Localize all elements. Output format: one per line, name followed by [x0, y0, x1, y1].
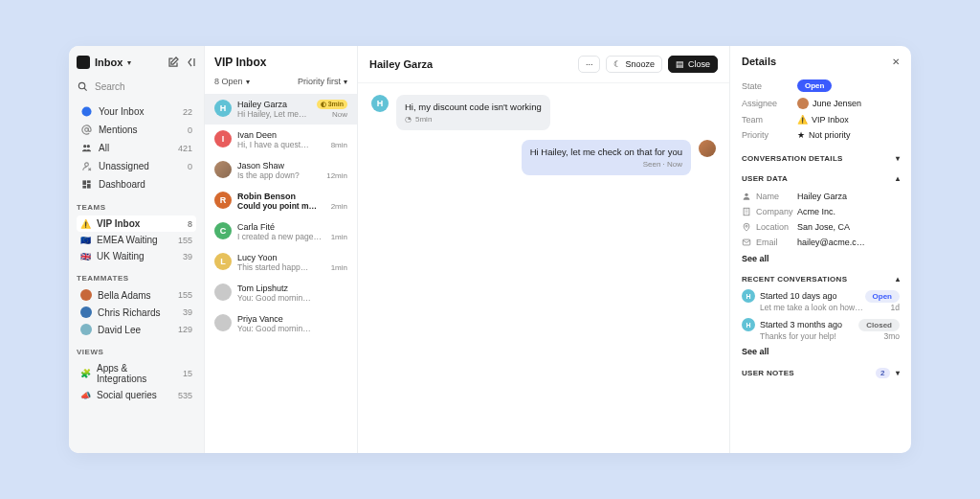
- recent-list: H Started 10 days ago Open Let me take a…: [742, 289, 900, 341]
- conversation-item[interactable]: C Carla Fité I created a new page…1min: [205, 216, 357, 247]
- snooze-button[interactable]: ☾Snooze: [606, 56, 662, 73]
- more-button[interactable]: ···: [578, 56, 601, 73]
- section-user-data[interactable]: USER DATA▴: [742, 174, 900, 183]
- message-bubble[interactable]: Hi Hailey, let me check on that for you …: [522, 140, 691, 175]
- sidebar-item[interactable]: Dashboard: [77, 175, 196, 193]
- avatar-icon: [80, 324, 92, 335]
- chevron-down-icon: ▾: [127, 58, 131, 67]
- sidebar-section-teammates: TEAMMATES: [77, 274, 196, 283]
- compose-icon[interactable]: [167, 57, 179, 69]
- chevron-down-icon: ▾: [896, 154, 900, 163]
- user-circle-icon: [80, 105, 93, 118]
- priority-badge: ◐ 3min: [317, 100, 347, 109]
- svg-point-12: [746, 225, 747, 227]
- emoji-icon: 🇬🇧: [80, 252, 91, 261]
- avatar-icon: [80, 289, 92, 301]
- svg-rect-7: [87, 180, 91, 183]
- conversation-item[interactable]: L Lucy Yoon This started happ…1min: [205, 247, 357, 278]
- open-filter[interactable]: 8 Open▾: [214, 77, 250, 86]
- see-all-recent[interactable]: See all: [742, 347, 900, 356]
- sidebar-item[interactable]: All 421: [77, 139, 196, 157]
- building-icon: [742, 207, 751, 216]
- pin-icon: [742, 222, 751, 232]
- user-data-row: Email hailey@acme.c…: [742, 235, 900, 250]
- chevron-up-icon: ▴: [896, 275, 900, 284]
- section-recent[interactable]: RECENT CONVERSATIONS▴: [742, 275, 900, 284]
- svg-point-3: [83, 145, 86, 147]
- avatar-icon: H: [742, 289, 755, 303]
- clock-icon: ◔: [405, 115, 412, 124]
- sidebar-item[interactable]: ⚠️ VIP Inbox 8: [77, 215, 196, 232]
- conversation-main: Hailey Garza ··· ☾Snooze ▤Close H Hi, my…: [358, 46, 729, 453]
- star-icon: ★: [797, 130, 805, 140]
- sidebar-item[interactable]: Mentions 0: [77, 121, 196, 139]
- sidebar-item[interactable]: Chris Richards 39: [77, 304, 196, 321]
- recent-conversation[interactable]: H Started 3 months ago Closed Thanks for…: [742, 318, 900, 341]
- recent-conversation[interactable]: H Started 10 days ago Open Let me take a…: [742, 289, 900, 312]
- thread-messages: H Hi, my discount code isn't working ◔5m…: [358, 83, 729, 453]
- svg-point-1: [81, 106, 91, 116]
- search-icon: [77, 80, 89, 93]
- chevron-down-icon: ▾: [344, 78, 347, 86]
- section-user-notes[interactable]: USER NOTES2▾: [742, 368, 900, 378]
- collapse-icon[interactable]: [184, 57, 196, 69]
- close-button[interactable]: ▤Close: [668, 56, 718, 73]
- chevron-up-icon: ▴: [896, 174, 900, 183]
- state-pill[interactable]: Open: [797, 79, 832, 92]
- user-data-row: Location San Jose, CA: [742, 219, 900, 235]
- svg-rect-9: [82, 186, 86, 189]
- at-icon: [80, 124, 93, 136]
- avatar-icon: [214, 314, 232, 331]
- sidebar-item[interactable]: Unassigned 0: [77, 157, 196, 175]
- emoji-icon: 🇪🇺: [80, 236, 91, 245]
- sidebar-header[interactable]: Inbox ▾: [77, 56, 196, 69]
- sidebar-item[interactable]: Bella Adams 155: [77, 286, 196, 304]
- svg-rect-6: [82, 180, 86, 185]
- sidebar-item[interactable]: David Lee 129: [77, 321, 196, 338]
- conversation-item[interactable]: R Robin Benson Could you point m…2min: [205, 186, 357, 216]
- avatar-icon: [699, 140, 716, 157]
- section-conversation-details[interactable]: CONVERSATION DETAILS▾: [742, 154, 900, 163]
- team-value[interactable]: ⚠️VIP Inbox: [797, 115, 849, 125]
- warning-icon: ⚠️: [797, 115, 808, 125]
- archive-icon: ▤: [676, 59, 684, 69]
- chevron-down-icon: ▾: [246, 78, 250, 86]
- see-all-user[interactable]: See all: [742, 254, 900, 263]
- close-panel-icon[interactable]: ✕: [892, 57, 900, 67]
- emoji-icon: 📣: [80, 391, 91, 400]
- conversation-item[interactable]: Tom Lipshutz You: Good mornin…: [205, 278, 357, 308]
- status-pill: Open: [865, 290, 900, 303]
- sort-filter[interactable]: Priority first▾: [298, 77, 347, 86]
- thread-title: Hailey Garza: [369, 58, 433, 70]
- conversation-items: H Hailey Garza◐ 3min Hi Hailey, Let me…N…: [205, 94, 357, 339]
- avatar-icon: [797, 98, 809, 109]
- sidebar: Inbox ▾ Search Your Inbox 22 Mentions 0 …: [69, 46, 205, 453]
- sidebar-teammates-list: Bella Adams 155 Chris Richards 39 David …: [77, 286, 196, 338]
- avatar-icon: R: [214, 192, 232, 209]
- priority-value[interactable]: ★Not priority: [797, 130, 851, 140]
- conversation-item[interactable]: I Ivan Deen Hi, I have a quest…8min: [205, 125, 357, 155]
- message-bubble[interactable]: Hi, my discount code isn't working ◔5min: [396, 95, 550, 130]
- conversation-item[interactable]: Jason Shaw Is the app down?12min: [205, 155, 357, 186]
- avatar-icon: [80, 306, 92, 318]
- svg-rect-8: [87, 184, 91, 189]
- avatar-icon: H: [742, 318, 755, 331]
- message: H Hi, my discount code isn't working ◔5m…: [371, 95, 647, 130]
- conversation-list: VIP Inbox 8 Open▾ Priority first▾ H Hail…: [205, 46, 358, 453]
- chevron-down-icon: ▾: [896, 369, 900, 377]
- sidebar-item[interactable]: 🇪🇺 EMEA Waiting 155: [77, 232, 196, 248]
- avatar-icon: I: [214, 130, 232, 147]
- sidebar-item[interactable]: Your Inbox 22: [77, 102, 196, 121]
- details-panel: Details ✕ StateOpen AssigneeJune Jensen …: [729, 46, 911, 453]
- sidebar-teams-list: ⚠️ VIP Inbox 8 🇪🇺 EMEA Waiting 155 🇬🇧 UK…: [77, 215, 196, 264]
- people-icon: [80, 142, 93, 154]
- status-pill: Closed: [858, 319, 900, 331]
- search-input[interactable]: Search: [77, 79, 196, 95]
- conversation-item[interactable]: H Hailey Garza◐ 3min Hi Hailey, Let me…N…: [205, 94, 357, 125]
- conversation-item[interactable]: Priya Vance You: Good mornin…: [205, 308, 357, 339]
- sidebar-item[interactable]: 🇬🇧 UK Waiting 39: [77, 248, 196, 264]
- sidebar-item[interactable]: 📣 Social queries 535: [77, 387, 196, 403]
- assignee-value[interactable]: June Jensen: [797, 98, 861, 109]
- avatar-icon: H: [371, 95, 389, 112]
- sidebar-item[interactable]: 🧩 Apps & Integrations 15: [77, 360, 196, 387]
